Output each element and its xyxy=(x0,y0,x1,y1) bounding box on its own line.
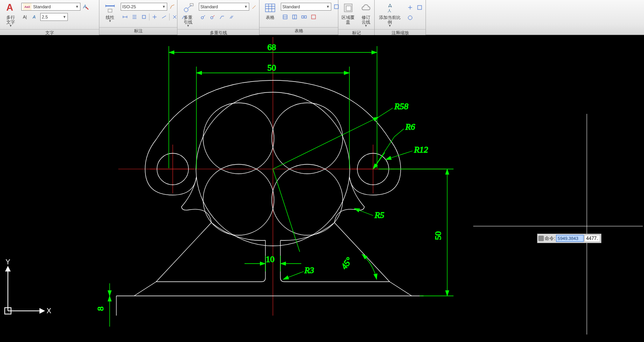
dim-linear-button[interactable]: 线性 ▼ xyxy=(102,1,118,24)
wipeout-button[interactable]: 区域覆盖 xyxy=(340,1,357,25)
svg-rect-37 xyxy=(302,16,304,18)
table-button[interactable]: 表格 xyxy=(262,1,278,20)
dim-r12: R12 xyxy=(414,145,428,154)
svg-text:A|: A| xyxy=(23,15,27,19)
chevron-down-icon: ▼ xyxy=(325,5,330,9)
revcloud-label: 修订 云线 xyxy=(362,15,370,24)
dim-tool-5[interactable] xyxy=(160,13,168,21)
panel-text: A 多行 文字 ▼ Aa8 Standard ▼ A A| xyxy=(0,0,99,35)
panel-dim: 线性 ▼ ISO-25 ▼ xyxy=(99,0,177,35)
panel-table-title: 表格 xyxy=(259,27,338,35)
dim-tool-1[interactable] xyxy=(121,13,129,21)
mtext-label: 多行 文字 xyxy=(6,15,15,24)
scale-tool-3[interactable] xyxy=(406,13,414,22)
svg-rect-38 xyxy=(304,16,306,18)
svg-point-54 xyxy=(203,103,274,174)
scale-tool-1[interactable] xyxy=(406,3,414,12)
text-height-combo[interactable]: 2.5 ▼ xyxy=(40,13,68,21)
dim-tool-3[interactable] xyxy=(140,13,148,21)
singleline-text-button[interactable]: A| xyxy=(21,13,30,21)
text-height-button[interactable]: A xyxy=(31,13,39,21)
command-icon xyxy=(538,236,544,241)
geometry xyxy=(116,80,424,316)
chevron-down-icon: ▼ xyxy=(364,24,368,28)
text-style-value: Standard xyxy=(32,4,74,9)
mleader-style-value: Standard xyxy=(200,4,243,9)
table-style-value: Standard xyxy=(282,4,325,9)
dim-r5: R5 xyxy=(374,210,384,220)
svg-line-22 xyxy=(203,15,205,17)
svg-line-24 xyxy=(213,15,215,17)
cursor-crosshair xyxy=(473,114,643,335)
svg-line-66 xyxy=(390,282,412,296)
svg-line-63 xyxy=(334,223,390,282)
dim-r58: R58 xyxy=(394,101,408,111)
dim-linear-icon xyxy=(104,2,116,14)
mleader-tool-1[interactable] xyxy=(199,13,207,21)
table-tool-4[interactable] xyxy=(309,13,318,21)
svg-line-62 xyxy=(156,223,211,282)
mleader-button[interactable]: 多重 引线 ▼ xyxy=(180,1,196,28)
svg-point-17 xyxy=(184,8,188,12)
dim-v50: 50 xyxy=(433,231,443,240)
mtext-icon: A xyxy=(4,2,17,14)
mleader-tool-3[interactable] xyxy=(218,13,226,21)
dim-style-combo[interactable]: ISO-25 ▼ xyxy=(121,3,167,11)
command-input-y[interactable]: 4477. xyxy=(584,235,600,242)
mleader-tool-4[interactable] xyxy=(227,13,236,21)
chevron-down-icon: ▼ xyxy=(388,24,392,28)
command-label: 命令: xyxy=(545,235,555,242)
svg-rect-39 xyxy=(312,15,315,19)
drawing-svg: 68 50 10 50 8 45° R58 R6 R12 xyxy=(0,35,644,342)
dim-45: 45° xyxy=(339,255,354,271)
mleader-tool-2[interactable] xyxy=(208,13,217,21)
ucs-x-label: X xyxy=(47,307,51,315)
text-height-value: 2.5 xyxy=(42,15,62,19)
mleader-style-edit-button[interactable] xyxy=(250,2,259,11)
table-tool-1[interactable] xyxy=(281,13,289,21)
svg-rect-41 xyxy=(346,6,351,11)
table-tool-2[interactable] xyxy=(290,13,299,21)
dim-68: 68 xyxy=(267,42,276,52)
svg-point-55 xyxy=(272,103,343,174)
svg-rect-32 xyxy=(334,5,338,9)
svg-rect-27 xyxy=(265,4,275,12)
dim-tool-4[interactable] xyxy=(150,13,159,21)
dim-style-value: ISO-25 xyxy=(122,4,161,9)
table-icon xyxy=(264,2,276,14)
chevron-down-icon: ▼ xyxy=(108,19,112,23)
chevron-down-icon: ▼ xyxy=(187,24,190,28)
find-text-button[interactable]: A xyxy=(81,2,90,11)
add-current-scale-button[interactable]: 人 添加当前比例 ▼ xyxy=(376,1,403,28)
svg-line-67 xyxy=(134,282,156,296)
dim-style-edit-button[interactable] xyxy=(168,2,177,11)
ucs-y-label: Y xyxy=(6,258,10,266)
chevron-down-icon: ▼ xyxy=(9,24,12,28)
mtext-button[interactable]: A 多行 文字 ▼ xyxy=(2,1,19,28)
panel-markup: 区域覆盖 修订 云线 ▼ 标记 xyxy=(338,0,375,35)
wipeout-label: 区域覆盖 xyxy=(341,15,355,24)
dim-50: 50 xyxy=(267,63,276,72)
mleader-label: 多重 引线 xyxy=(184,15,192,24)
ucs-icon: X Y xyxy=(5,258,51,315)
mleader-style-combo[interactable]: Standard ▼ xyxy=(199,3,249,11)
panel-table: 表格 Standard ▼ 表格 xyxy=(259,0,338,35)
dim-tool-2[interactable] xyxy=(130,13,139,21)
svg-line-89 xyxy=(379,108,393,117)
dim-r6: R6 xyxy=(405,122,415,132)
revcloud-button[interactable]: 修订 云线 ▼ xyxy=(359,1,373,28)
table-style-combo[interactable]: Standard ▼ xyxy=(281,3,331,11)
svg-line-92 xyxy=(394,129,404,137)
add-scale-icon: 人 xyxy=(384,2,396,14)
ribbon: A 多行 文字 ▼ Aa8 Standard ▼ A A| xyxy=(0,0,644,35)
svg-line-18 xyxy=(188,5,192,8)
svg-point-46 xyxy=(408,16,412,20)
table-tool-3[interactable] xyxy=(300,13,308,21)
text-style-combo[interactable]: Aa8 Standard ▼ xyxy=(21,3,80,11)
revcloud-icon xyxy=(360,2,372,14)
svg-rect-45 xyxy=(418,6,422,9)
drawing-viewport[interactable]: 68 50 10 50 8 45° R58 R6 R12 xyxy=(0,35,644,342)
command-input-x[interactable] xyxy=(556,235,584,242)
add-scale-label: 添加当前比例 xyxy=(378,15,402,24)
scale-tool-2[interactable] xyxy=(415,3,424,12)
